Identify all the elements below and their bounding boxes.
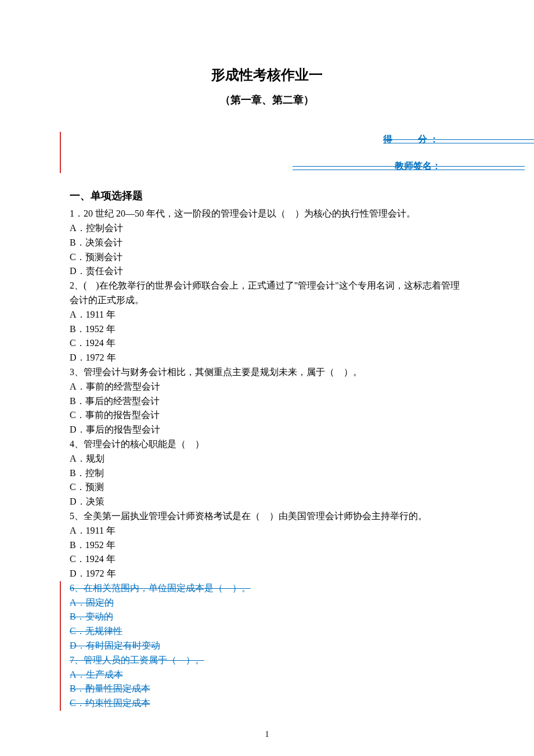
question-3: 3、管理会计与财务会计相比，其侧重点主要是规划未来，属于（ ）。 [70,365,464,380]
question-6-option-d: D．有时固定有时变动 [70,639,464,653]
question-7-option-c: C．约束性固定成本 [70,696,464,711]
question-7-option-b: B．酌量性固定成本 [70,682,464,696]
section-heading-1: 一、单项选择题 [70,188,464,204]
question-4-option-d: D．决策 [70,495,464,509]
question-6-option-c: C．无规律性 [70,624,464,639]
question-3-option-a: A．事前的经营型会计 [70,380,464,394]
question-3-option-c: C．事前的报告型会计 [70,408,464,423]
question-2-option-c: C．1924 年 [70,336,464,351]
question-5-option-d: D．1972 年 [70,567,464,581]
document-subtitle: （第一章、第二章） [70,92,464,109]
revision-bar-top: 得 分： 教师签名： [60,132,464,173]
question-5-option-a: A．1911 年 [70,524,464,538]
question-4-option-a: A．规划 [70,452,464,466]
question-1-option-a: A．控制会计 [70,221,464,236]
question-2-option-d: D．1972 年 [70,351,464,365]
question-6-option-a: A．固定的 [70,596,464,610]
question-6: 6、在相关范围内，单位固定成本是（ ）。 [70,581,464,596]
revision-bar-bottom: 6、在相关范围内，单位固定成本是（ ）。 A．固定的 B．变动的 C．无规律性 … [60,581,464,711]
question-2-option-b: B．1952 年 [70,322,464,337]
teacher-signature-label: 教师签名： [70,159,464,174]
document-title: 形成性考核作业一 [70,64,464,86]
question-7-option-a: A．生产成本 [70,668,464,682]
question-1-option-c: C．预测会计 [70,250,464,265]
question-3-option-d: D．事后的报告型会计 [70,423,464,437]
question-4-option-b: B．控制 [70,466,464,481]
question-1-option-b: B．决策会计 [70,236,464,250]
question-6-option-b: B．变动的 [70,610,464,624]
question-7: 7、管理人员的工资属于（ ）。 [70,653,464,668]
question-4: 4、管理会计的核心职能是（ ） [70,437,464,452]
question-5-option-c: C．1924 年 [70,552,464,567]
question-1-option-d: D．责任会计 [70,264,464,279]
page-number: 1 [70,728,464,741]
question-2: 2、( )在伦敦举行的世界会计师联合会上，正式通过了"管理会计"这个专用名词，这… [70,279,464,308]
question-1: 1．20 世纪 20—50 年代，这一阶段的管理会计是以（ ）为核心的执行性管理… [70,207,464,221]
question-2-option-a: A．1911 年 [70,308,464,322]
score-label: 得 分： [70,132,464,147]
question-5: 5、全美第一届执业管理会计师资格考试是在（ ）由美国管理会计师协会主持举行的。 [70,509,464,524]
question-5-option-b: B．1952 年 [70,538,464,553]
question-4-option-c: C．预测 [70,480,464,495]
question-3-option-b: B．事后的经营型会计 [70,394,464,409]
